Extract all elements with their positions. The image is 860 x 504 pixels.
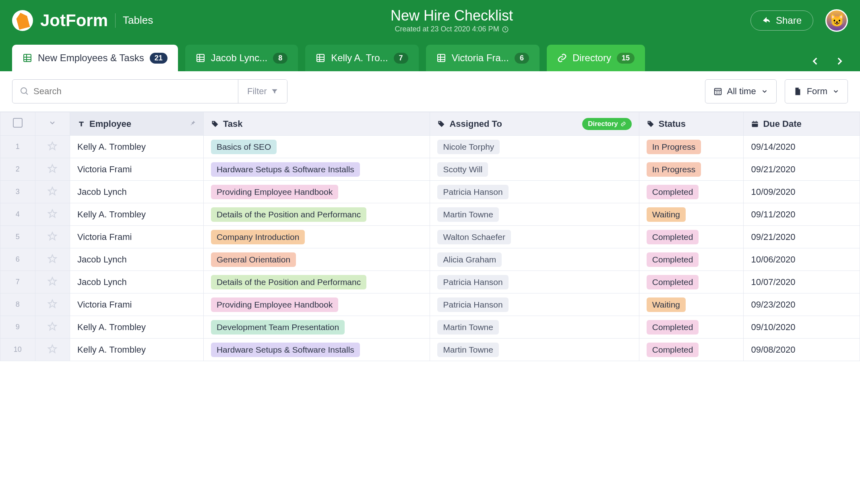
select-all-checkbox[interactable] <box>13 118 23 128</box>
tab-prev-button[interactable] <box>807 53 824 71</box>
cell-assigned[interactable]: Patricia Hanson <box>430 271 639 293</box>
table-row[interactable]: 2 Victoria Frami Hardware Setups & Softw… <box>0 158 860 181</box>
cell-due[interactable]: 09/21/2020 <box>744 226 860 248</box>
tab-new-employees[interactable]: New Employees & Tasks 21 <box>12 45 178 71</box>
avatar[interactable]: 😺 <box>825 9 848 32</box>
table-row[interactable]: 5 Victoria Frami Company Introduction Wa… <box>0 226 860 248</box>
row-star[interactable] <box>35 136 70 158</box>
cell-employee[interactable]: Victoria Frami <box>70 158 204 181</box>
cell-assigned[interactable]: Martin Towne <box>430 203 639 226</box>
col-assigned[interactable]: Assigned ToDirectory <box>430 112 639 136</box>
cell-employee[interactable]: Kelly A. Trombley <box>70 339 204 361</box>
cell-task[interactable]: Providing Employee Handbook <box>203 181 430 203</box>
cell-task[interactable]: Details of the Position and Performanc <box>203 271 430 293</box>
cell-due[interactable]: 09/08/2020 <box>744 339 860 361</box>
tab-next-button[interactable] <box>831 53 848 71</box>
table-row[interactable]: 10 Kelly A. Trombley Hardware Setups & S… <box>0 339 860 361</box>
cell-status[interactable]: Completed <box>639 316 744 339</box>
task-pill: Development Team Presentation <box>211 320 345 335</box>
table-row[interactable]: 1 Kelly A. Trombley Basics of SEO Nicole… <box>0 136 860 158</box>
cell-due[interactable]: 10/09/2020 <box>744 181 860 203</box>
tab-jacob-lynch[interactable]: Jacob Lync... 8 <box>185 45 298 71</box>
row-star[interactable] <box>35 158 70 181</box>
cell-due[interactable]: 10/07/2020 <box>744 271 860 293</box>
cell-employee[interactable]: Victoria Frami <box>70 226 204 248</box>
col-employee[interactable]: Employee <box>70 112 204 136</box>
table-row[interactable]: 9 Kelly A. Trombley Development Team Pre… <box>0 316 860 339</box>
assigned-pill: Patricia Hanson <box>437 275 508 289</box>
col-task[interactable]: Task <box>203 112 430 136</box>
row-star[interactable] <box>35 316 70 339</box>
share-button[interactable]: Share <box>750 10 813 31</box>
cell-due[interactable]: 10/06/2020 <box>744 248 860 271</box>
search-input[interactable] <box>12 80 238 103</box>
cell-assigned[interactable]: Nicole Torphy <box>430 136 639 158</box>
cell-task[interactable]: Providing Employee Handbook <box>203 293 430 316</box>
row-star[interactable] <box>35 339 70 361</box>
cell-status[interactable]: In Progress <box>639 158 744 181</box>
cell-task[interactable]: General Orientation <box>203 248 430 271</box>
cell-assigned[interactable]: Martin Towne <box>430 316 639 339</box>
row-star[interactable] <box>35 226 70 248</box>
cell-task[interactable]: Details of the Position and Performanc <box>203 203 430 226</box>
tab-kelly-trombley[interactable]: Kelly A. Tro... 7 <box>305 45 418 71</box>
cell-status[interactable]: Completed <box>639 226 744 248</box>
form-button[interactable]: Form <box>785 79 848 103</box>
col-due[interactable]: Due Date <box>744 112 860 136</box>
table-row[interactable]: 4 Kelly A. Trombley Details of the Posit… <box>0 203 860 226</box>
cell-due[interactable]: 09/23/2020 <box>744 293 860 316</box>
col-status[interactable]: Status <box>639 112 744 136</box>
cell-task[interactable]: Company Introduction <box>203 226 430 248</box>
cell-employee[interactable]: Jacob Lynch <box>70 248 204 271</box>
cell-employee[interactable]: Jacob Lynch <box>70 181 204 203</box>
row-star[interactable] <box>35 271 70 293</box>
cell-assigned[interactable]: Scotty Will <box>430 158 639 181</box>
cell-assigned[interactable]: Walton Schaefer <box>430 226 639 248</box>
table-row[interactable]: 8 Victoria Frami Providing Employee Hand… <box>0 293 860 316</box>
filter-button[interactable]: Filter <box>238 80 287 103</box>
row-star[interactable] <box>35 203 70 226</box>
tab-victoria-frami[interactable]: Victoria Fra... 6 <box>426 45 540 71</box>
chevron-down-icon[interactable] <box>48 119 56 129</box>
cell-task[interactable]: Development Team Presentation <box>203 316 430 339</box>
directory-badge[interactable]: Directory <box>582 118 632 130</box>
table-row[interactable]: 3 Jacob Lynch Providing Employee Handboo… <box>0 181 860 203</box>
cell-status[interactable]: Completed <box>639 181 744 203</box>
cell-assigned[interactable]: Patricia Hanson <box>430 181 639 203</box>
row-star[interactable] <box>35 181 70 203</box>
cell-employee[interactable]: Kelly A. Trombley <box>70 316 204 339</box>
table-row[interactable]: 6 Jacob Lynch General Orientation Alicia… <box>0 248 860 271</box>
pin-icon[interactable] <box>189 119 196 129</box>
cell-task[interactable]: Basics of SEO <box>203 136 430 158</box>
cell-status[interactable]: Completed <box>639 339 744 361</box>
cell-due[interactable]: 09/11/2020 <box>744 203 860 226</box>
cell-status[interactable]: Completed <box>639 248 744 271</box>
cell-employee[interactable]: Kelly A. Trombley <box>70 203 204 226</box>
cell-status[interactable]: Waiting <box>639 293 744 316</box>
cell-employee[interactable]: Jacob Lynch <box>70 271 204 293</box>
cell-assigned[interactable]: Alicia Graham <box>430 248 639 271</box>
cell-due[interactable]: 09/14/2020 <box>744 136 860 158</box>
cell-due[interactable]: 09/21/2020 <box>744 158 860 181</box>
cell-due[interactable]: 09/10/2020 <box>744 316 860 339</box>
header: JotForm Tables New Hire Checklist Create… <box>0 0 860 41</box>
cell-assigned[interactable]: Martin Towne <box>430 339 639 361</box>
alltime-button[interactable]: All time <box>705 79 777 103</box>
section-label[interactable]: Tables <box>123 14 153 27</box>
cell-status[interactable]: Completed <box>639 271 744 293</box>
row-number: 2 <box>0 158 35 181</box>
table-row[interactable]: 7 Jacob Lynch Details of the Position an… <box>0 271 860 293</box>
cell-task[interactable]: Hardware Setups & Software Installs <box>203 339 430 361</box>
grid-icon <box>316 53 325 63</box>
row-star[interactable] <box>35 293 70 316</box>
cell-employee[interactable]: Victoria Frami <box>70 293 204 316</box>
cell-task[interactable]: Hardware Setups & Software Installs <box>203 158 430 181</box>
row-star[interactable] <box>35 248 70 271</box>
cell-status[interactable]: Waiting <box>639 203 744 226</box>
cell-assigned[interactable]: Patricia Hanson <box>430 293 639 316</box>
cell-employee[interactable]: Kelly A. Trombley <box>70 136 204 158</box>
cell-status[interactable]: In Progress <box>639 136 744 158</box>
tab-label: Victoria Fra... <box>452 52 509 64</box>
tab-directory[interactable]: Directory 15 <box>547 45 645 71</box>
star-icon <box>48 165 57 175</box>
